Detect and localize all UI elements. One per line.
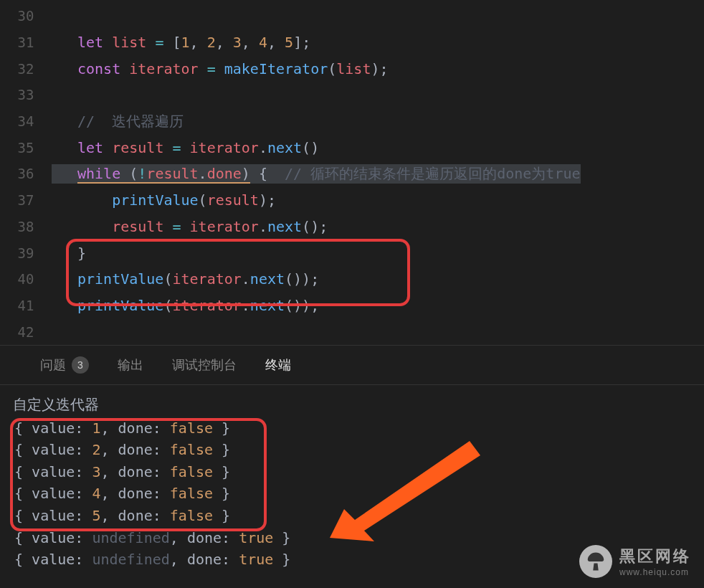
code-line[interactable]: 36while (!result.done) { // 循环的结束条件是遍历返回… [0, 161, 704, 187]
code-line[interactable]: 34// 迭代器遍历 [0, 108, 704, 135]
code-line[interactable]: 39} [0, 240, 704, 266]
terminal-line: { value: 1, done: false } [14, 417, 690, 440]
line-number: 41 [0, 298, 52, 313]
line-number: 42 [0, 324, 52, 340]
code-content: // 迭代器遍历 [52, 112, 184, 131]
line-number: 33 [0, 87, 52, 103]
tab-problems-label: 问题 [40, 356, 66, 374]
watermark: 黑区网络 www.heiqu.com [579, 545, 691, 578]
code-line[interactable]: 33 [0, 82, 704, 108]
code-line[interactable]: 42 [0, 318, 704, 345]
code-content: printValue(iterator.next()); [52, 297, 319, 314]
line-number: 30 [0, 8, 52, 24]
tab-debug-console[interactable]: 调试控制台 [172, 356, 237, 374]
line-number: 32 [0, 61, 52, 77]
terminal-line: { value: 2, done: false } [14, 439, 690, 461]
mushroom-icon [579, 545, 612, 578]
code-line[interactable]: 32const iterator = makeIterator(list); [0, 55, 704, 82]
code-content: result = iterator.next(); [52, 218, 328, 235]
line-number: 38 [0, 219, 52, 234]
line-number: 37 [0, 192, 52, 208]
line-number: 39 [0, 245, 52, 261]
code-content: while (!result.done) { // 循环的结束条件是遍历返回的d… [52, 164, 581, 184]
terminal-line: { value: 5, done: false } [14, 505, 690, 527]
panel-tabs: 问题 3 输出 调试控制台 终端 [0, 346, 704, 385]
tab-output[interactable]: 输出 [118, 356, 143, 374]
code-line[interactable]: 35let result = iterator.next() [0, 134, 704, 161]
terminal-line: { value: 4, done: false } [14, 483, 690, 505]
line-number: 40 [0, 271, 52, 287]
problems-count-badge: 3 [72, 356, 89, 374]
code-line[interactable]: 30 [0, 3, 704, 29]
code-line[interactable]: 41printValue(iterator.next()); [0, 293, 704, 319]
tab-problems[interactable]: 问题 3 [40, 356, 89, 374]
watermark-title: 黑区网络 [619, 546, 691, 567]
line-number: 34 [0, 113, 52, 129]
code-editor[interactable]: 3031let list = [1, 2, 3, 4, 5];32const i… [0, 0, 704, 345]
code-content: printValue(result); [52, 191, 276, 209]
code-content: } [52, 245, 86, 262]
code-content: let result = iterator.next() [52, 139, 319, 156]
terminal-title: 自定义迭代器 [13, 394, 690, 416]
code-content: printValue(iterator.next()); [52, 270, 319, 288]
line-number: 36 [0, 166, 52, 181]
code-line[interactable]: 37 printValue(result); [0, 187, 704, 214]
terminal-line: { value: 3, done: false } [14, 461, 690, 483]
code-line[interactable]: 31let list = [1, 2, 3, 4, 5]; [0, 29, 704, 56]
code-content: let list = [1, 2, 3, 4, 5]; [52, 34, 310, 51]
code-line[interactable]: 40printValue(iterator.next()); [0, 266, 704, 293]
line-number: 35 [0, 140, 52, 156]
code-content: const iterator = makeIterator(list); [52, 60, 389, 77]
tab-terminal[interactable]: 终端 [265, 356, 291, 374]
code-line[interactable]: 38 result = iterator.next(); [0, 214, 704, 240]
watermark-url: www.heiqu.com [619, 567, 691, 577]
line-number: 31 [0, 34, 52, 50]
